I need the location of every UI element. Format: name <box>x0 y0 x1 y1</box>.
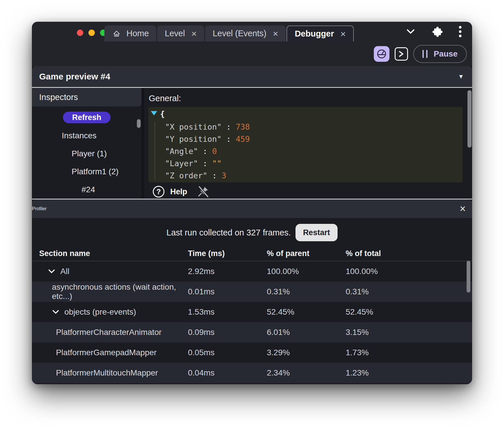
help-row: ? Help <box>153 185 209 198</box>
profiler-status-text: Last run collected on 327 frames. <box>166 228 291 237</box>
general-scrollbar[interactable] <box>467 90 472 148</box>
column-section-name: Section name <box>39 249 188 258</box>
time-cell: 0.01ms <box>188 287 267 296</box>
section-name-cell: PlatformerMultitouchMapper <box>39 368 188 378</box>
inspectors-panel: Inspectors Refresh Instances Player (1) … <box>32 88 142 199</box>
caret-down-icon[interactable]: ▼ <box>458 73 464 80</box>
tab[interactable]: Home <box>104 26 156 41</box>
profiler-row: PlatformerMultitouchMapper 0.04ms 2.34% … <box>32 363 472 383</box>
percent-parent-cell: 0.31% <box>267 287 346 296</box>
panel-gutter[interactable] <box>142 88 144 199</box>
pause-button-label: Pause <box>434 49 458 59</box>
close-icon[interactable]: × <box>191 29 197 38</box>
tab-label: Debugger <box>295 29 334 39</box>
titlebar: Home Level × Level (Events) × Debugger × <box>32 22 472 41</box>
inspector-tree-item[interactable]: #24 <box>32 181 142 199</box>
pin-off-icon <box>197 185 209 198</box>
home-icon <box>112 29 121 38</box>
percent-total-cell: 0.31% <box>346 287 472 296</box>
tab[interactable]: Level (Events) × <box>205 26 286 41</box>
percent-parent-cell: 6.01% <box>267 328 346 337</box>
tab-label: Home <box>126 29 149 38</box>
column-percent-parent: % of parent <box>267 249 346 258</box>
debugger-toolbar: Pause <box>32 41 472 66</box>
json-lines: "X position" : 738"Y position" : 459"Ang… <box>165 121 250 182</box>
inspector-item-label: Player (1) <box>72 149 107 158</box>
kebab-menu-icon[interactable] <box>458 26 462 38</box>
inspectors-title: Inspectors <box>39 93 78 102</box>
tab[interactable]: Debugger × <box>287 26 354 41</box>
console-button[interactable] <box>395 47 408 61</box>
section-name-cell: asynchronous actions (wait action, etc..… <box>39 282 188 301</box>
restart-button[interactable]: Restart <box>295 224 338 241</box>
close-icon[interactable]: × <box>340 29 346 39</box>
json-property: "Layer" : "" <box>165 157 250 170</box>
section-name: PlatformerMultitouchMapper <box>56 368 158 378</box>
section-name: objects (pre-events) <box>64 307 136 317</box>
chevron-down-icon[interactable] <box>52 309 59 315</box>
console-chevron-icon <box>398 50 405 57</box>
extensions-puzzle-icon[interactable] <box>431 26 443 37</box>
profiler-rows: All 2.92ms 100.00% 100.00% asynchronous … <box>32 261 472 383</box>
pin-off-button[interactable] <box>197 185 209 198</box>
inspector-split: Inspectors Refresh Instances Player (1) … <box>32 88 472 199</box>
section-name-cell: PlatformerCharacterAnimator <box>39 328 188 337</box>
pause-button[interactable]: Pause <box>413 45 467 63</box>
close-icon[interactable]: × <box>273 29 278 38</box>
percent-parent-cell: 52.45% <box>267 307 346 317</box>
time-cell: 2.92ms <box>188 267 267 276</box>
general-title: General: <box>149 94 181 103</box>
column-percent-total: % of total <box>346 249 472 258</box>
tab-label: Level (Events) <box>213 29 266 38</box>
percent-total-cell: 3.15% <box>346 328 472 337</box>
section-name: PlatformerGamepadMapper <box>56 348 157 357</box>
time-cell: 0.04ms <box>188 368 267 378</box>
percent-total-cell: 52.45% <box>346 307 472 317</box>
inspectors-scrollbar[interactable] <box>137 119 141 128</box>
section-name-cell: objects (pre-events) <box>39 307 188 317</box>
titlebar-actions <box>406 22 462 41</box>
help-button[interactable]: ? Help <box>153 186 187 197</box>
inspectors-header: Inspectors <box>32 88 142 106</box>
percent-parent-cell: 3.29% <box>267 348 346 357</box>
chevron-down-icon[interactable] <box>406 28 416 35</box>
profiler-row: PlatformerCharacterAnimator 0.09ms 6.01%… <box>32 322 472 342</box>
json-viewer: { "X position" : 738"Y position" : 459"A… <box>148 107 463 182</box>
inspector-tree-item[interactable]: Player (1) <box>32 145 142 163</box>
section-name: PlatformerCharacterAnimator <box>56 328 162 337</box>
chevron-down-icon[interactable] <box>48 269 55 274</box>
percent-total-cell: 1.23% <box>346 368 472 378</box>
profiler-scrollbar[interactable] <box>467 261 470 293</box>
refresh-button[interactable]: Refresh <box>63 112 111 123</box>
profiler-gauge-button[interactable] <box>374 46 389 62</box>
section-name: asynchronous actions (wait action, etc..… <box>52 282 188 301</box>
collapse-triangle-icon[interactable] <box>151 111 157 115</box>
profiler-row[interactable]: All 2.92ms 100.00% 100.00% <box>32 261 472 282</box>
pause-icon <box>423 50 427 58</box>
profiler-body: Last run collected on 327 frames. Restar… <box>32 218 472 384</box>
inspector-tree-item[interactable]: Instances <box>32 127 142 145</box>
inspector-tree-item[interactable]: Platform1 (2) <box>32 163 142 181</box>
json-property: "Z order" : 3 <box>165 170 250 182</box>
general-panel: General: { "X position" : 738"Y position… <box>144 88 472 199</box>
time-cell: 1.53ms <box>188 307 267 317</box>
profiler-title: Profiler <box>32 206 47 211</box>
close-icon[interactable]: × <box>460 204 466 214</box>
json-property: "Angle" : 0 <box>165 145 250 157</box>
profiler-row[interactable]: objects (pre-events) 1.53ms 52.45% 52.45… <box>32 302 472 322</box>
tab[interactable]: Level × <box>157 26 204 41</box>
percent-parent-cell: 100.00% <box>267 267 346 276</box>
tab-label: Level <box>165 29 185 38</box>
preview-header[interactable]: Game preview #4 ▼ <box>32 66 472 87</box>
time-cell: 0.05ms <box>188 348 267 357</box>
json-property: "Y position" : 459 <box>165 133 250 145</box>
profiler-header: Profiler × <box>32 200 472 218</box>
percent-total-cell: 100.00% <box>346 267 472 276</box>
close-window-button[interactable] <box>77 30 83 36</box>
minimize-window-button[interactable] <box>88 30 95 36</box>
inspector-item-label: #24 <box>81 185 95 194</box>
percent-total-cell: 1.73% <box>346 348 472 357</box>
traffic-lights <box>77 30 106 36</box>
profiler-status-row: Last run collected on 327 frames. Restar… <box>32 224 472 241</box>
json-open-brace: { <box>160 109 165 118</box>
